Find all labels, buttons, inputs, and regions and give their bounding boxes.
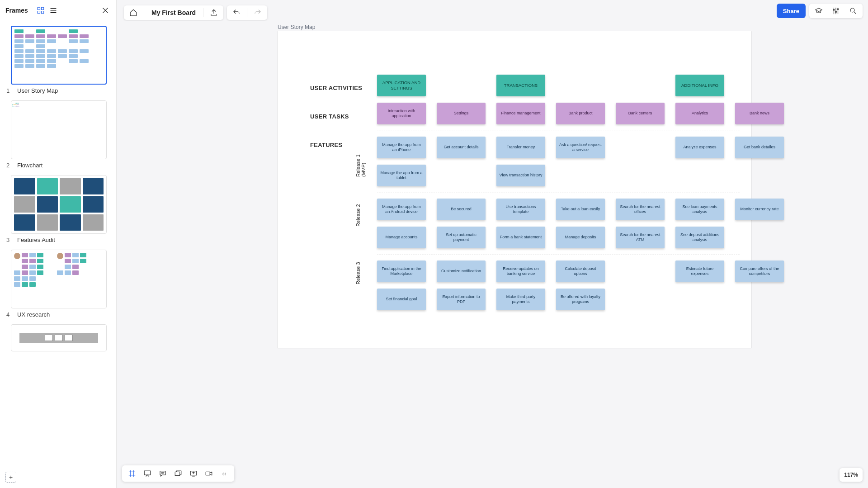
export-button[interactable]: [206, 5, 222, 20]
svg-rect-13: [17, 103, 19, 104]
screen-share-button[interactable]: [186, 467, 201, 480]
collapse-button[interactable]: ‹‹: [217, 467, 231, 480]
sticky-card[interactable]: Customize notification: [437, 261, 486, 282]
svg-rect-17: [15, 106, 17, 106]
search-button[interactable]: [845, 4, 861, 18]
divider: [377, 131, 740, 131]
frame-item-5[interactable]: [5, 324, 112, 351]
undo-button[interactable]: [229, 5, 244, 20]
graduation-cap-icon: [815, 7, 823, 15]
top-right-toolbar: Share: [777, 4, 863, 18]
video-button[interactable]: [202, 467, 216, 480]
release-2-label: Release 2: [355, 204, 361, 227]
sticky-card[interactable]: Search for the nearest ATM: [616, 227, 665, 248]
sticky-card[interactable]: View transaction history: [496, 165, 545, 186]
svg-marker-10: [14, 104, 15, 105]
release1-row-a: Manage the app from an iPhoneGet account…: [377, 137, 740, 158]
sticky-card[interactable]: Bank centers: [616, 103, 665, 124]
sticky-card[interactable]: Search for the nearest offices: [616, 199, 665, 220]
frame-item-4[interactable]: 4UX research: [5, 250, 112, 318]
sticky-card[interactable]: Manage the app from a tablet: [377, 165, 426, 186]
sticky-card[interactable]: Bank product: [556, 103, 605, 124]
sticky-card[interactable]: Find application in the Marketplace: [377, 261, 426, 282]
sticky-card[interactable]: Manage the app from an Android device: [377, 199, 426, 220]
board-title[interactable]: My First Board: [147, 9, 200, 16]
sticky-card[interactable]: Manage deposits: [556, 227, 605, 248]
settings-button[interactable]: [828, 4, 844, 18]
row-label-features: FEATURES: [310, 142, 343, 148]
frames-title: Frames: [5, 7, 28, 14]
sticky-card[interactable]: Be offered with loyalty programs: [556, 289, 605, 310]
learn-button[interactable]: [811, 4, 826, 18]
sticky-card[interactable]: See loan payments analysis: [675, 199, 724, 220]
canvas[interactable]: User Story Map USER ACTIVITIES USER TASK…: [117, 21, 868, 488]
redo-button[interactable]: [250, 5, 265, 20]
sticky-card[interactable]: Analyze expenses: [675, 137, 724, 158]
share-button[interactable]: Share: [777, 4, 806, 18]
row-label-activities: USER ACTIVITIES: [310, 85, 362, 91]
frames-list-view-button[interactable]: [48, 5, 59, 16]
sticky-card[interactable]: Calculate deposit options: [556, 261, 605, 282]
board-frame[interactable]: USER ACTIVITIES USER TASKS FEATURES Rele…: [278, 31, 751, 348]
frame-thumb: [11, 324, 107, 351]
sticky-card[interactable]: Export information to PDF: [437, 289, 486, 310]
frames-panel-button[interactable]: [125, 467, 139, 480]
sticky-card[interactable]: Get bank detailes: [735, 137, 784, 158]
comments-button[interactable]: [156, 467, 170, 480]
sticky-card[interactable]: Make third party payments: [496, 289, 545, 310]
svg-rect-44: [144, 471, 151, 475]
frames-close-button[interactable]: [100, 5, 111, 16]
sticky-card[interactable]: Use transactions template: [496, 199, 545, 220]
frames-list[interactable]: 1User Story Map 2Fl: [0, 21, 116, 488]
sticky-card[interactable]: Take out a loan easily: [556, 199, 605, 220]
sticky-card[interactable]: ADDITIONAL INFO: [675, 75, 724, 96]
sticky-card[interactable]: Finance management: [496, 103, 545, 124]
zoom-indicator[interactable]: 117%: [840, 468, 863, 482]
sticky-card[interactable]: Settings: [437, 103, 486, 124]
sticky-card[interactable]: Receive updates on banking service: [496, 261, 545, 282]
sticky-card[interactable]: Monitor currency rate: [735, 199, 784, 220]
current-frame-title[interactable]: User Story Map: [278, 24, 315, 30]
activities-row: APPLICATION AND SETTINGSTRANSACTIONSADDI…: [377, 75, 740, 96]
sticky-card[interactable]: Interaction with application: [377, 103, 426, 124]
frame-item-2[interactable]: 2Flowchart: [5, 100, 112, 169]
home-icon: [129, 9, 137, 17]
card-icon: [174, 469, 182, 478]
sticky-card[interactable]: Manage the app from an iPhone: [377, 137, 426, 158]
frames-grid-view-button[interactable]: [35, 5, 46, 16]
release1-row-b: Manage the app from a tabletView transac…: [377, 165, 740, 186]
bottom-toolbar: ‹‹: [122, 465, 234, 482]
frame-number: 4: [6, 311, 12, 318]
sticky-card[interactable]: Form a bank statement: [496, 227, 545, 248]
home-button[interactable]: [126, 5, 141, 20]
sticky-card[interactable]: Analytics: [675, 103, 724, 124]
add-frame-button[interactable]: +: [5, 472, 16, 483]
story-map-grid: APPLICATION AND SETTINGSTRANSACTIONSADDI…: [377, 75, 740, 317]
svg-marker-11: [15, 104, 17, 105]
sticky-card[interactable]: Transfer money: [496, 137, 545, 158]
sticky-card[interactable]: Manage accounts: [377, 227, 426, 248]
sticky-card[interactable]: Ask a question/ request a service: [556, 137, 605, 158]
sticky-card[interactable]: Set financial goal: [377, 289, 426, 310]
sticky-card[interactable]: Bank news: [735, 103, 784, 124]
video-icon: [205, 469, 213, 478]
card-button[interactable]: [171, 467, 185, 480]
sticky-card[interactable]: Compare offers of the competitors: [735, 261, 784, 282]
sticky-card[interactable]: Estimate future expenses: [675, 261, 724, 282]
frame-item-3[interactable]: 3Features Audit: [5, 175, 112, 243]
undo-icon: [232, 9, 241, 17]
top-left-toolbar: My First Board: [120, 0, 267, 21]
sticky-card[interactable]: Get account details: [437, 137, 486, 158]
sticky-card[interactable]: TRANSACTIONS: [496, 75, 545, 96]
frames-sidebar-header: Frames: [0, 0, 116, 21]
sticky-card[interactable]: APPLICATION AND SETTINGS: [377, 75, 426, 96]
divider: [377, 193, 740, 193]
sticky-card[interactable]: See deposit additions analysis: [675, 227, 724, 248]
search-icon: [849, 7, 857, 15]
sticky-card[interactable]: Set up automatic payment: [437, 227, 486, 248]
svg-rect-16: [13, 106, 14, 106]
sticky-card[interactable]: Be secured: [437, 199, 486, 220]
frame-item-1[interactable]: 1User Story Map: [5, 26, 112, 94]
row-label-tasks: USER TASKS: [310, 113, 349, 120]
present-button[interactable]: [140, 467, 155, 480]
